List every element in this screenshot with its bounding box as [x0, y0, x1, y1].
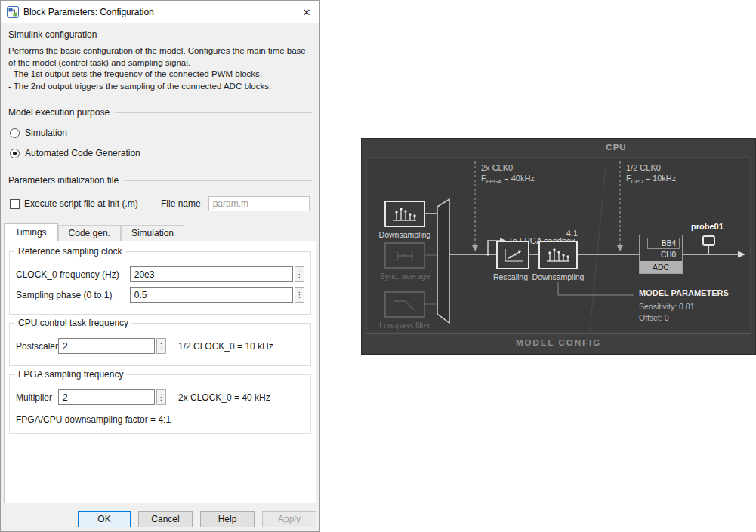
cpu-clock-label: 1/2 CLK0 FCPU = 10kHz — [626, 162, 676, 187]
checkbox-label: Execute script file at init (.m) — [24, 198, 151, 209]
cpu-model-diagram: CPU MODEL CONFIG — [361, 138, 756, 355]
dialog-button-row: OK Cancel Help Apply — [78, 511, 316, 527]
postscaler-row: Postscaler ⋮ 1/2 CLOCK_0 = 10 kHz — [16, 338, 304, 354]
execute-script-checkbox[interactable] — [10, 199, 20, 209]
dialog-icon — [7, 6, 19, 18]
section-heading: Simulink configuration — [8, 29, 97, 40]
sampling-phase-label: Sampling phase (0 to 1) — [16, 290, 130, 300]
ratio-label: 4:1 — [552, 229, 578, 238]
description-line: Performs the basic configuration of the … — [8, 45, 312, 69]
file-init-row: Execute script file at init (.m) File na… — [10, 196, 310, 211]
tab-code-gen[interactable]: Code gen. — [58, 225, 121, 241]
fpga-clock-line2: FFPGA = 40kHz — [481, 173, 535, 187]
adc-channel-tag: CH0 — [640, 250, 682, 260]
block-label-sync-average: Sync. average — [366, 272, 444, 281]
dialog-title: Block Parameters: Configuration — [23, 7, 294, 17]
fpga-clock-label: 2x CLK0 FFPGA = 40kHz — [481, 162, 535, 187]
multiplier-input[interactable] — [58, 389, 155, 405]
radio-icon[interactable] — [10, 128, 20, 138]
divider — [115, 112, 312, 113]
timings-tab-panel: Reference sampling clock CLOCK_0 frequen… — [4, 241, 316, 503]
block-parameters-dialog: Block Parameters: Configuration ✕ Simuli… — [0, 0, 320, 532]
radio-simulation[interactable]: Simulation — [10, 128, 319, 138]
block-downsampling-2 — [538, 241, 578, 269]
group-fpga-sampling-frequency: FPGA sampling frequency Multiplier ⋮ 2x … — [9, 374, 311, 434]
block-sync-average — [384, 242, 425, 269]
file-name-input[interactable] — [208, 196, 310, 211]
group-cpu-control-task-frequency: CPU control task frequency Postscaler ⋮ … — [9, 323, 311, 366]
section-heading: Model execution purpose — [8, 107, 110, 118]
block-label-rescaling: Rescaling — [487, 272, 534, 281]
signal-arrowhead — [738, 251, 745, 258]
adc-block: BB4 CH0 ADC — [639, 235, 683, 274]
cpu-frequency-note: 1/2 CLOCK_0 = 10 kHz — [178, 341, 273, 352]
file-name-label: File name — [161, 198, 201, 209]
close-icon[interactable]: ✕ — [294, 1, 319, 23]
group-legend: FPGA sampling frequency — [15, 369, 126, 380]
rescaling-icon — [501, 247, 524, 263]
stepper-icon[interactable]: ⋮ — [156, 338, 166, 354]
divider — [124, 180, 312, 181]
tab-bar: Timings Code gen. Simulation — [4, 223, 319, 241]
multiplier-row: Multiplier ⋮ 2x CLOCK_0 = 40 kHz — [16, 389, 304, 405]
sampling-phase-input[interactable] — [130, 287, 293, 303]
clock0-frequency-label: CLOCK_0 frequency (Hz) — [16, 269, 130, 280]
dialog-titlebar: Block Parameters: Configuration ✕ — [1, 1, 319, 23]
radio-label: Simulation — [25, 128, 67, 138]
postscaler-input[interactable] — [58, 338, 155, 354]
probe-icon — [702, 235, 715, 246]
stem-plot-icon — [545, 247, 571, 263]
probe-label: probe01 — [691, 222, 739, 231]
block-low-pass-filter — [384, 291, 425, 318]
section-heading: Parameters initialization file — [8, 175, 119, 186]
adc-board-tag: BB4 — [647, 238, 680, 249]
group-legend: Reference sampling clock — [15, 246, 125, 257]
tab-timings[interactable]: Timings — [4, 223, 58, 241]
model-parameters-title: MODEL PARAMETERS — [639, 288, 729, 297]
section-simulink-configuration: Simulink configuration — [8, 29, 312, 40]
section-model-execution-purpose: Model execution purpose — [8, 107, 312, 118]
radio-label: Automated Code Generation — [25, 148, 140, 158]
group-reference-sampling-clock: Reference sampling clock CLOCK_0 frequen… — [9, 251, 311, 315]
model-parameters-offset: Offset: 0 — [639, 313, 669, 322]
section-parameters-initialization: Parameters initialization file — [8, 175, 312, 186]
help-button[interactable]: Help — [200, 511, 255, 527]
mux-shape — [437, 199, 449, 323]
cpu-clock-line1: 1/2 CLK0 — [626, 162, 676, 173]
multiplier-label: Multiplier — [16, 392, 58, 403]
model-parameters-sensitivity: Sensitivity: 0.01 — [639, 302, 695, 311]
postscaler-label: Postscaler — [16, 341, 58, 352]
radio-automated-code-generation[interactable]: Automated Code Generation — [10, 148, 319, 158]
description-line: - The 1st output sets the frequency of t… — [8, 69, 312, 81]
block-rescaling — [496, 241, 529, 269]
group-legend: CPU control task frequency — [15, 318, 131, 328]
tab-simulation[interactable]: Simulation — [121, 225, 184, 241]
cpu-clock-arrowhead — [617, 245, 623, 251]
sampling-phase-row: Sampling phase (0 to 1) ⋮ — [16, 287, 304, 303]
adc-label: ADC — [640, 261, 682, 273]
divider — [102, 35, 312, 35]
fpga-clock-arrowhead — [472, 245, 478, 251]
cpu-clock-line2: FCPU = 10kHz — [626, 173, 676, 187]
clock0-frequency-input[interactable] — [130, 266, 293, 282]
ok-button[interactable]: OK — [78, 511, 131, 527]
apply-button[interactable]: Apply — [262, 511, 316, 527]
block-downsampling-1 — [384, 201, 425, 227]
sync-average-icon — [392, 248, 418, 264]
block-label-downsampling-1: Downsampling — [366, 230, 444, 239]
configuration-description: Performs the basic configuration of the … — [8, 45, 312, 92]
clock0-frequency-row: CLOCK_0 frequency (Hz) ⋮ — [16, 266, 304, 282]
stepper-icon[interactable]: ⋮ — [295, 287, 304, 303]
stem-plot-icon — [392, 206, 418, 223]
fpga-frequency-note: 2x CLOCK_0 = 40 kHz — [178, 392, 270, 403]
block-label-low-pass-filter: Low-pass filter — [366, 321, 444, 330]
description-line: - The 2nd output triggers the sampling o… — [8, 81, 312, 93]
cancel-button[interactable]: Cancel — [138, 511, 193, 527]
stepper-icon[interactable]: ⋮ — [156, 389, 166, 405]
block-label-downsampling-2: Downsampling — [531, 272, 585, 281]
low-pass-filter-icon — [392, 297, 418, 313]
radio-icon-selected[interactable] — [10, 149, 20, 158]
stepper-icon[interactable]: ⋮ — [295, 266, 304, 282]
fpga-clock-line1: 2x CLK0 — [481, 162, 535, 173]
downsampling-factor-note: FPGA/CPU downsampling factor = 4:1 — [16, 414, 304, 425]
